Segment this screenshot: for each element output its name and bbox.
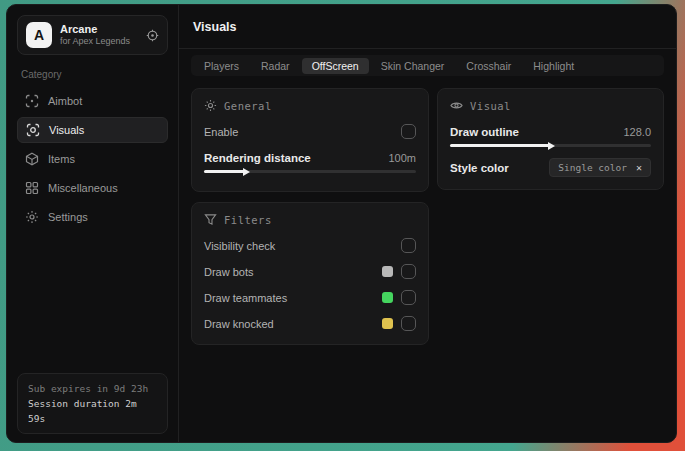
slider-thumb[interactable]: [548, 142, 555, 150]
filters-panel: Filters Visibility check Draw bots: [191, 202, 429, 345]
draw-outline-value: 128.0: [623, 126, 651, 138]
crosshair-icon: [25, 94, 39, 108]
rendering-distance-value: 100m: [388, 152, 416, 164]
sun-icon: [204, 99, 217, 112]
main-area: Visuals Players Radar OffScreen Skin Cha…: [179, 5, 676, 442]
panel-title: Filters: [224, 214, 272, 226]
sidebar-item-aimbot[interactable]: Aimbot: [17, 88, 168, 114]
session-duration-text: Session duration 2m 59s: [28, 396, 157, 426]
grid-icon: [25, 181, 39, 195]
style-color-label: Style color: [450, 162, 509, 174]
sidebar-item-settings[interactable]: Settings: [17, 204, 168, 230]
draw-bots-checkbox[interactable]: [401, 264, 416, 279]
draw-knocked-checkbox[interactable]: [401, 316, 416, 331]
enable-checkbox[interactable]: [401, 124, 416, 139]
content: Players Radar OffScreen Skin Changer Cro…: [179, 49, 676, 357]
sidebar-item-visuals[interactable]: Visuals: [17, 117, 168, 143]
main-header: Visuals: [179, 5, 676, 49]
tab-players[interactable]: Players: [194, 58, 249, 74]
tab-radar[interactable]: Radar: [251, 58, 300, 74]
app-subtitle: for Apex Legends: [60, 36, 138, 47]
sidebar-item-items[interactable]: Items: [17, 146, 168, 172]
rendering-distance-slider[interactable]: [204, 170, 416, 173]
focus-eye-icon: [26, 123, 40, 137]
visual-panel: Visual Draw outline 128.0 Style c: [437, 88, 664, 190]
enable-label: Enable: [204, 126, 238, 138]
app-logo: A: [26, 22, 52, 48]
tab-offscreen[interactable]: OffScreen: [302, 58, 369, 74]
slider-thumb[interactable]: [243, 168, 250, 176]
sidebar-item-miscellaneous[interactable]: Miscellaneous: [17, 175, 168, 201]
sidebar-item-label: Miscellaneous: [48, 182, 118, 194]
sidebar: A Arcane for Apex Legends Category Aimbo: [7, 5, 179, 442]
draw-bots-label: Draw bots: [204, 266, 254, 278]
draw-teammates-color-swatch[interactable]: [382, 292, 393, 303]
target-icon[interactable]: [146, 29, 159, 42]
page-title: Visuals: [193, 20, 237, 34]
gear-icon: [25, 210, 39, 224]
subscription-info: Sub expires in 9d 23h Session duration 2…: [17, 373, 168, 434]
sidebar-item-label: Settings: [48, 211, 88, 223]
eye-icon: [450, 99, 463, 112]
panel-title: Visual: [470, 100, 511, 112]
sub-expires-text: Sub expires in 9d 23h: [28, 381, 157, 396]
rendering-distance-label: Rendering distance: [204, 152, 311, 164]
funnel-icon: [204, 213, 217, 226]
sidebar-item-label: Aimbot: [48, 95, 82, 107]
draw-knocked-color-swatch[interactable]: [382, 318, 393, 329]
tab-highlight[interactable]: Highlight: [523, 58, 584, 74]
draw-teammates-label: Draw teammates: [204, 292, 287, 304]
visibility-check-label: Visibility check: [204, 240, 275, 252]
clear-icon[interactable]: ✕: [636, 162, 642, 173]
style-color-value: Single color: [558, 162, 627, 173]
panel-title: General: [224, 100, 272, 112]
visibility-check-checkbox[interactable]: [401, 238, 416, 253]
draw-outline-slider[interactable]: [450, 144, 651, 147]
style-color-select[interactable]: Single color ✕: [549, 158, 651, 177]
draw-bots-color-swatch[interactable]: [382, 266, 393, 277]
sidebar-item-label: Items: [48, 153, 75, 165]
app-title: Arcane: [60, 23, 138, 37]
tab-bar: Players Radar OffScreen Skin Changer Cro…: [191, 55, 664, 76]
brand-card: A Arcane for Apex Legends: [17, 15, 168, 55]
app-window: A Arcane for Apex Legends Category Aimbo: [6, 4, 677, 443]
draw-outline-label: Draw outline: [450, 126, 519, 138]
general-panel: General Enable Rendering distance 100m: [191, 88, 429, 192]
draw-teammates-checkbox[interactable]: [401, 290, 416, 305]
box-icon: [25, 152, 39, 166]
sidebar-item-label: Visuals: [49, 124, 84, 136]
tab-crosshair[interactable]: Crosshair: [456, 58, 521, 74]
tab-skin-changer[interactable]: Skin Changer: [371, 58, 455, 74]
category-label: Category: [21, 69, 164, 80]
draw-knocked-label: Draw knocked: [204, 318, 274, 330]
